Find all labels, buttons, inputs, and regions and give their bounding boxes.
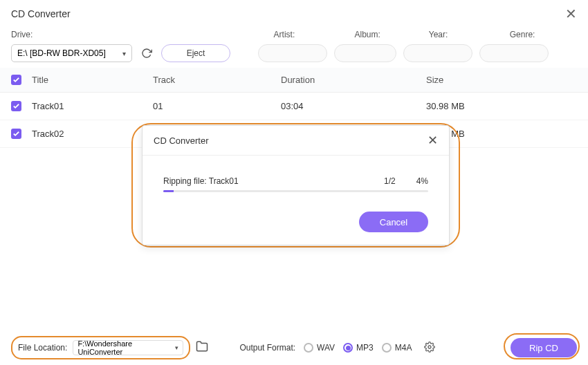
- file-location-value: F:\Wondershare UniConverter: [77, 339, 175, 356]
- eject-label: Eject: [187, 48, 205, 58]
- file-location-highlight: File Location: F:\Wondershare UniConvert…: [11, 336, 190, 359]
- footer-bar: File Location: F:\Wondershare UniConvert…: [0, 330, 588, 365]
- progress-fill: [163, 190, 174, 192]
- drive-label: Drive:: [11, 30, 33, 39]
- cancel-label: Cancel: [380, 217, 407, 227]
- file-location-label: File Location:: [18, 343, 67, 353]
- col-track: Track: [153, 75, 281, 85]
- rip-cd-button[interactable]: Rip CD: [511, 338, 577, 357]
- output-format-label: Output Format:: [239, 343, 295, 353]
- album-label: Album:: [355, 30, 380, 39]
- col-size: Size: [426, 75, 577, 85]
- cell-track: 01: [153, 101, 281, 111]
- chevron-down-icon: ▾: [175, 344, 178, 351]
- radio-icon: [382, 343, 392, 353]
- radio-icon: [304, 343, 313, 353]
- format-wav-label: WAV: [317, 343, 335, 353]
- year-input[interactable]: [403, 44, 472, 62]
- format-mp3-label: MP3: [356, 343, 374, 353]
- window-title: CD Converter: [11, 8, 71, 19]
- album-input[interactable]: [334, 44, 396, 62]
- col-duration: Duration: [281, 75, 426, 85]
- format-mp3-option[interactable]: MP3: [343, 343, 374, 353]
- format-m4a-label: M4A: [395, 343, 412, 353]
- year-label: Year:: [429, 30, 448, 39]
- ripping-dialog: CD Converter ✕ Ripping file: Track01 1/2…: [142, 125, 450, 245]
- select-all-checkbox[interactable]: [11, 75, 21, 85]
- open-folder-button[interactable]: [196, 340, 208, 355]
- cell-title: Track01: [32, 101, 153, 111]
- folder-icon: [196, 340, 208, 353]
- col-title: Title: [32, 75, 153, 85]
- genre-label: Genre:: [510, 30, 535, 39]
- refresh-icon: [141, 48, 152, 59]
- radio-icon: [343, 343, 353, 353]
- file-location-select[interactable]: F:\Wondershare UniConverter ▾: [73, 340, 183, 355]
- svg-point-0: [428, 346, 431, 348]
- table-row[interactable]: Track01 01 03:04 30.98 MB: [0, 93, 588, 120]
- rip-cd-label: Rip CD: [529, 343, 558, 353]
- drive-select-value: E:\ [BD-RW BDR-XD05]: [17, 48, 106, 58]
- row-checkbox[interactable]: [11, 129, 21, 139]
- chevron-down-icon: ▾: [122, 50, 126, 57]
- cell-duration: 03:04: [281, 101, 426, 111]
- dialog-title: CD Converter: [154, 135, 208, 146]
- artist-input[interactable]: [258, 44, 327, 62]
- eject-button[interactable]: Eject: [161, 44, 230, 62]
- row-checkbox[interactable]: [11, 101, 21, 111]
- format-m4a-option[interactable]: M4A: [382, 343, 412, 353]
- progress-bar: [163, 190, 428, 192]
- ripping-percent: 4%: [416, 176, 428, 186]
- artist-label: Artist:: [274, 30, 295, 39]
- format-settings-button[interactable]: [424, 341, 435, 355]
- cancel-button[interactable]: Cancel: [359, 212, 428, 232]
- format-wav-option[interactable]: WAV: [304, 343, 335, 353]
- dialog-close-icon[interactable]: ✕: [428, 133, 438, 148]
- ripping-progress-count: 1/2: [384, 176, 396, 186]
- cell-size: 30.98 MB: [426, 101, 577, 111]
- ripping-file-label: Ripping file: Track01: [163, 176, 239, 186]
- close-icon[interactable]: ✕: [565, 6, 577, 22]
- drive-select[interactable]: E:\ [BD-RW BDR-XD05] ▾: [11, 44, 132, 62]
- table-header: Title Track Duration Size: [0, 68, 588, 93]
- refresh-button[interactable]: [139, 46, 154, 61]
- genre-input[interactable]: [479, 44, 549, 62]
- cell-title: Track02: [32, 129, 153, 139]
- gear-icon: [424, 341, 435, 353]
